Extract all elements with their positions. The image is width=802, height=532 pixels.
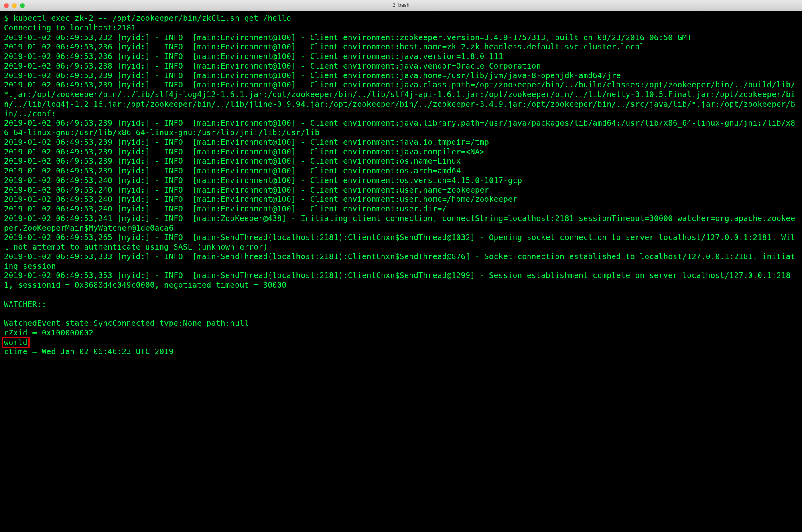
output-line <box>4 290 798 300</box>
output-line: 2019-01-02 06:49:53,239 [myid:] - INFO [… <box>4 118 798 138</box>
output-line: 2019-01-02 06:49:53,333 [myid:] - INFO [… <box>4 252 798 271</box>
output-line: 2019-01-02 06:49:53,232 [myid:] - INFO [… <box>4 33 798 43</box>
highlight-box: world <box>2 337 30 348</box>
output-line: 2019-01-02 06:49:53,236 [myid:] - INFO [… <box>4 52 798 61</box>
output-line: cZxid = 0x100000002 <box>4 328 798 338</box>
output-line: 2019-01-02 06:49:53,239 [myid:] - INFO [… <box>4 80 798 118</box>
output-line-highlighted: world <box>4 338 798 347</box>
output-line <box>4 309 798 319</box>
output-line: 2019-01-02 06:49:53,240 [myid:] - INFO [… <box>4 176 798 185</box>
output-line: 2019-01-02 06:49:53,265 [myid:] - INFO [… <box>4 233 798 252</box>
output-line: 2019-01-02 06:49:53,241 [myid:] - INFO [… <box>4 214 798 233</box>
window-titlebar: 2. bash <box>0 0 802 11</box>
close-icon[interactable] <box>4 3 9 8</box>
maximize-icon[interactable] <box>20 3 25 8</box>
window-controls <box>4 3 25 8</box>
minimize-icon[interactable] <box>12 3 17 8</box>
output-line: WATCHER:: <box>4 300 798 309</box>
output-line: 2019-01-02 06:49:53,238 [myid:] - INFO [… <box>4 61 798 71</box>
output-line: 2019-01-02 06:49:53,239 [myid:] - INFO [… <box>4 156 798 166</box>
output-line: 2019-01-02 06:49:53,240 [myid:] - INFO [… <box>4 204 798 214</box>
output-line: 2019-01-02 06:49:53,239 [myid:] - INFO [… <box>4 71 798 81</box>
output-line: 2019-01-02 06:49:53,239 [myid:] - INFO [… <box>4 166 798 176</box>
window-title: 2. bash <box>392 2 410 8</box>
output-line: ctime = Wed Jan 02 06:46:23 UTC 2019 <box>4 347 798 357</box>
output-line: 2019-01-02 06:49:53,239 [myid:] - INFO [… <box>4 138 798 147</box>
output-line: 2019-01-02 06:49:53,236 [myid:] - INFO [… <box>4 42 798 52</box>
output-line: WatchedEvent state:SyncConnected type:No… <box>4 319 798 328</box>
output-line: 2019-01-02 06:49:53,240 [myid:] - INFO [… <box>4 195 798 204</box>
output-line: 2019-01-02 06:49:53,239 [myid:] - INFO [… <box>4 147 798 157</box>
command-line: $ kubectl exec zk-2 -- /opt/zookeeper/bi… <box>4 14 798 23</box>
terminal-output[interactable]: $ kubectl exec zk-2 -- /opt/zookeeper/bi… <box>0 11 802 361</box>
output-line: Connecting to localhost:2181 <box>4 23 798 33</box>
output-line: 2019-01-02 06:49:53,240 [myid:] - INFO [… <box>4 185 798 195</box>
output-line: 2019-01-02 06:49:53,353 [myid:] - INFO [… <box>4 271 798 290</box>
